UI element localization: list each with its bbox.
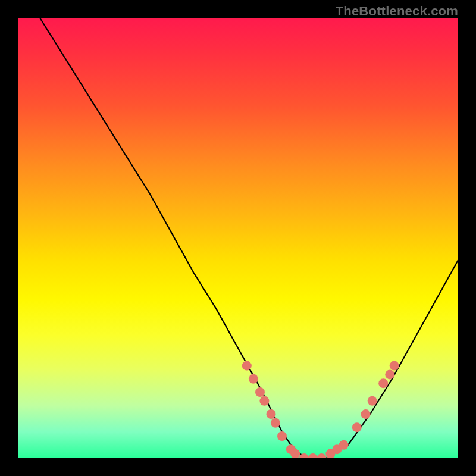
chart-frame: TheBottleneck.com bbox=[0, 0, 476, 476]
data-point bbox=[277, 431, 287, 441]
bottleneck-curve bbox=[40, 18, 458, 458]
data-point bbox=[368, 396, 377, 406]
data-point bbox=[378, 378, 388, 388]
chart-svg bbox=[18, 18, 458, 458]
data-point bbox=[308, 453, 318, 458]
data-points bbox=[242, 361, 399, 458]
data-point bbox=[249, 374, 258, 384]
data-point bbox=[352, 422, 362, 432]
data-point bbox=[317, 453, 327, 458]
data-point bbox=[259, 396, 269, 406]
data-point bbox=[267, 409, 276, 419]
data-point bbox=[271, 418, 280, 428]
data-point bbox=[390, 361, 399, 371]
data-point bbox=[255, 387, 265, 397]
data-point bbox=[385, 369, 394, 379]
plot-area bbox=[18, 18, 458, 458]
data-point bbox=[242, 361, 252, 371]
data-point bbox=[361, 409, 371, 419]
data-point bbox=[339, 440, 349, 450]
data-point bbox=[290, 449, 300, 458]
attribution-text: TheBottleneck.com bbox=[336, 4, 458, 19]
